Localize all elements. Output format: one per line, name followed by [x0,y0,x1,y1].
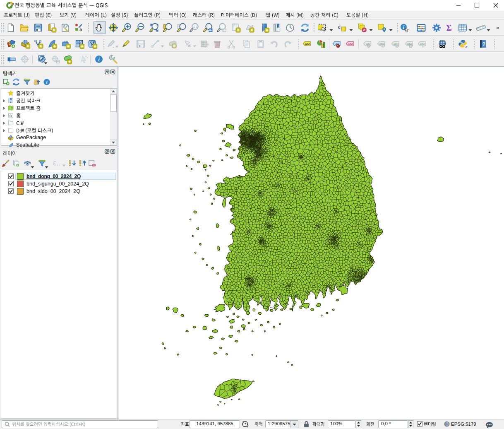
svg-text:i: i [98,56,100,63]
svg-text:ε: ε [338,23,341,30]
svg-text:>: > [465,45,467,49]
svg-text:abc: abc [305,42,310,46]
svg-text:1.1: 1.1 [57,163,60,166]
svg-text:i: i [46,80,47,84]
svg-text:a: a [79,27,82,32]
svg-text:Σ: Σ [446,23,451,32]
svg-text:?: ? [482,41,485,47]
svg-text:abc: abc [348,42,353,46]
svg-text:1:1: 1:1 [193,25,197,28]
